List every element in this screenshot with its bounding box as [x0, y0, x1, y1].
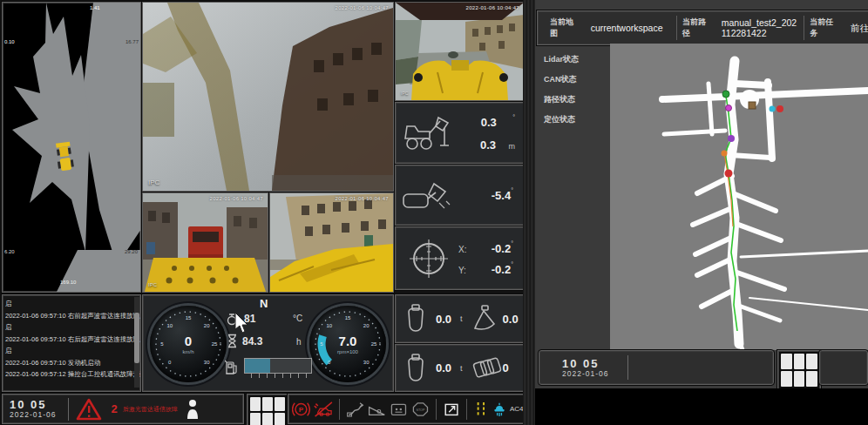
route-map-view[interactable] — [610, 44, 868, 350]
clock-date: 2022-01-06 — [10, 410, 56, 419]
gauge-tick-label: 25 — [371, 341, 377, 347]
hour-meter-value: 84.3 — [242, 335, 262, 347]
operator-info-icon[interactable] — [186, 399, 200, 420]
lidar-map-view[interactable]: 1.41 0.10 16.77 6.20 29.20 169.10 — [2, 2, 141, 293]
hour-meter-icon — [227, 334, 238, 348]
bucket-load-icon — [403, 353, 429, 384]
left-section: 1.41 0.10 16.77 6.20 29.20 169.10 — [0, 0, 533, 425]
boom-height-unit: m — [509, 142, 516, 151]
status-label: 定位状态 — [544, 114, 596, 125]
camera-front-label: IPC — [148, 179, 159, 186]
camera-rear-view[interactable]: 2022-01-06 10:04:47 IPC — [395, 2, 525, 101]
load1-weight: 0.0 — [436, 313, 451, 326]
svg-text:STOP: STOP — [416, 408, 424, 412]
articulation-indicator-icon[interactable] — [346, 399, 364, 420]
camera-right-view[interactable]: 2022-01-06 10:04:47 — [269, 192, 394, 293]
fuel-icon — [225, 360, 239, 375]
load-weight-panel: 0.0 t 0.0 % — [395, 294, 525, 343]
event-log-panel[interactable]: 启 2022-01-06 09:57:10 右前超声波雷达连接故障屏蔽开 启 2… — [2, 294, 141, 392]
current-path-value: manual_test2_202112281422 — [722, 17, 799, 38]
parking-brake-indicator-icon[interactable]: P — [292, 399, 310, 420]
screen-share-icon[interactable] — [443, 399, 461, 420]
alarm-message: 后激光雷达通信故障 — [123, 406, 184, 413]
log-line: 启 — [5, 345, 132, 357]
tilt-y-label: Y: — [458, 266, 466, 275]
camera-left-image — [143, 193, 268, 292]
tilt-x-value: -0.2 — [492, 242, 511, 255]
speed-unit: km/h — [150, 349, 227, 354]
rpm-unit: rpm×100 — [309, 349, 386, 354]
boom-height-value: 0.3 — [480, 138, 496, 152]
bucket-tilt-icon — [401, 175, 457, 215]
bucket-fill-icon — [471, 304, 498, 334]
view-layout-button[interactable] — [247, 394, 288, 425]
container-indicator-icon[interactable] — [390, 399, 408, 420]
camera-front-image — [143, 3, 393, 191]
clock-time: 10 05 — [10, 399, 56, 410]
boom-angle-value: 0.3 — [481, 116, 497, 129]
gauge-tick-label: 10 — [326, 323, 332, 328]
log-scrollbar-thumb[interactable] — [134, 313, 139, 363]
camera-right-image — [270, 193, 393, 292]
log-line: 启 — [5, 321, 132, 334]
log-line: 2022-01-06 09:57:10 发动机启动 — [5, 357, 132, 369]
map-range-bottom-right: 29.20 — [125, 249, 138, 254]
slope-indicator-icon[interactable] — [368, 399, 386, 420]
right-extra-button[interactable] — [819, 350, 868, 385]
log-line: 启 — [5, 298, 132, 310]
load2-count: 0 — [503, 361, 509, 374]
load1-ratio: 0.0 — [503, 313, 519, 326]
speed-gauge: 0 km/h 051015202530 — [150, 306, 227, 382]
beacon-icon[interactable] — [492, 399, 506, 420]
camera-right-timestamp: 2022-01-06 10:04:47 — [336, 196, 389, 201]
camera-rear-image — [396, 3, 524, 100]
tilt-x-label: X: — [458, 245, 466, 254]
gauge-tick-label: 25 — [212, 341, 218, 347]
camera-rear-timestamp: 2022-01-06 10:04:47 — [466, 5, 519, 10]
log-line: 2022-01-06 09:57:10 右前超声波雷达连接故障屏蔽开 — [5, 310, 132, 322]
sensor-fault-indicator-icon[interactable] — [314, 399, 334, 420]
gauge-tick-label: 5 — [320, 341, 322, 347]
loader-boom-icon — [401, 114, 455, 152]
gauge-tick-label: 20 — [204, 323, 210, 328]
camera-left-view[interactable]: 2022-01-06 10:04:47 IPC — [142, 192, 268, 293]
current-task-value: 前往 — [851, 23, 868, 33]
load2-weight: 0.0 — [436, 361, 451, 374]
indicator-strip: P — [288, 394, 532, 424]
right-view-layout-button[interactable] — [777, 350, 821, 390]
gauge-cluster: N 0 km/h 051015202530 7.0 rpm×100 051015… — [142, 294, 394, 392]
current-task-label: 当前任务 — [810, 17, 840, 39]
map-range-bottom: 169.10 — [60, 280, 76, 285]
hmi-screen: 1.41 0.10 16.77 6.20 29.20 169.10 — [0, 0, 868, 425]
route-map-canvas — [610, 44, 868, 350]
alarm-count: 2 — [111, 402, 117, 415]
log-scrollbar[interactable] — [134, 297, 139, 388]
svg-text:P: P — [299, 406, 304, 414]
lane-guide-icon[interactable] — [473, 399, 489, 420]
boom-angle-unit: ° — [512, 114, 515, 120]
coolant-temp-unit: °C — [293, 314, 302, 323]
gauge-tick-label: 30 — [204, 360, 210, 365]
bucket-count-icon — [471, 355, 503, 381]
bucket-load-icon — [403, 303, 429, 334]
fuel-bar-ticks — [244, 374, 310, 378]
map-range-right: 16.77 — [125, 39, 139, 44]
fuel-bar — [244, 358, 312, 374]
warning-triangle-icon[interactable] — [76, 398, 102, 421]
gauge-tick-label: 15 — [186, 315, 192, 320]
right-bottom-blank — [535, 388, 868, 425]
load2-weight-unit: t — [460, 364, 463, 373]
tilt-y-value: -0.2 — [492, 263, 511, 276]
bucket-angle-value: -5.4 — [492, 189, 511, 202]
camera-front-view[interactable]: 2022-01-06 10:04:47 IPC — [142, 2, 394, 192]
gauge-tick-label: 0 — [328, 360, 330, 365]
alarm-bar: 10 05 2022-01-06 2 后激光雷达通信故障 — [2, 394, 244, 424]
gauge-tick-label: 10 — [166, 323, 173, 328]
inclinometer-icon — [406, 236, 451, 281]
status-label: 路径状态 — [544, 94, 596, 105]
mouse-cursor — [234, 312, 251, 334]
current-path-label: 当前路径 — [682, 17, 713, 39]
lidar-map-canvas — [3, 3, 140, 292]
stop-indicator-icon[interactable]: STOP — [411, 399, 430, 420]
tilt-panel: X: -0.2° Y: -0.2° — [395, 226, 525, 290]
